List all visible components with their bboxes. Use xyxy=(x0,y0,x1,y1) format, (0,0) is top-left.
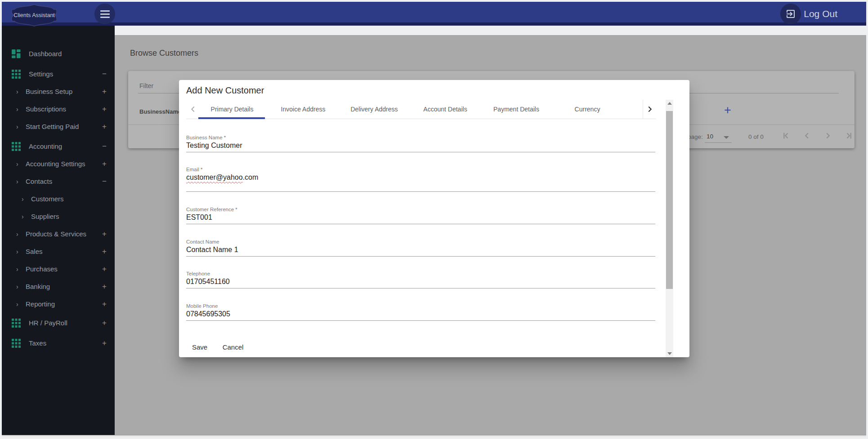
grid-icon xyxy=(12,319,21,328)
expand-toggle-icon[interactable]: + xyxy=(100,282,108,291)
field-label: Contact Name xyxy=(186,239,655,244)
field-input[interactable]: customer@yahoo.com xyxy=(186,173,655,192)
menu-icon[interactable] xyxy=(94,4,115,24)
sidebar-item-label: Contacts xyxy=(26,177,52,185)
sidebar-item[interactable]: › Accounting Settings + xyxy=(2,155,115,173)
sidebar-item-label: Reporting xyxy=(26,300,55,308)
top-navbar: Clients Assistant Log Out xyxy=(2,1,866,26)
logout-button[interactable]: Log Out xyxy=(780,4,837,24)
chevron-right-icon: › xyxy=(16,160,22,168)
scrollbar-down-arrow-icon[interactable] xyxy=(666,350,673,357)
cancel-button[interactable]: Cancel xyxy=(217,341,249,354)
toolbar-shadow-band xyxy=(115,26,866,35)
expand-toggle-icon[interactable]: − xyxy=(100,70,108,79)
exit-icon xyxy=(780,4,801,24)
field-input[interactable]: 01705451160 xyxy=(186,277,655,288)
dialog-tab[interactable]: Currency xyxy=(552,100,623,119)
dialog-scrollbar[interactable] xyxy=(666,100,673,357)
dialog-tab[interactable]: Payment Details xyxy=(481,100,552,119)
expand-toggle-icon[interactable]: + xyxy=(100,300,108,309)
sidebar-item[interactable]: Accounting − xyxy=(2,137,115,155)
chevron-right-icon: › xyxy=(16,301,22,308)
expand-toggle-icon[interactable]: + xyxy=(100,247,108,256)
form-field: Email * customer@yahoo.com xyxy=(186,167,655,192)
grid-icon xyxy=(12,339,21,348)
sidebar-item[interactable]: › Suppliers xyxy=(2,208,115,225)
sidebar-item-label: Banking xyxy=(26,283,50,290)
expand-toggle-icon[interactable]: + xyxy=(100,160,108,169)
expand-toggle-icon[interactable]: + xyxy=(100,87,108,96)
sidebar-item[interactable]: HR / PayRoll + xyxy=(2,314,115,332)
chevron-right-icon: › xyxy=(16,178,22,185)
sidebar-item[interactable]: › Customers xyxy=(2,190,115,208)
dialog-title: Add New Customer xyxy=(186,85,264,96)
dropdown-caret-icon[interactable] xyxy=(724,136,729,139)
next-page-icon[interactable] xyxy=(823,130,833,141)
expand-toggle-icon[interactable]: + xyxy=(100,319,108,328)
sidebar-section-icon xyxy=(12,142,21,151)
sidebar-item-label: Settings xyxy=(29,70,53,78)
logo-text: Clients Assistant xyxy=(13,12,55,18)
sidebar-item[interactable]: › Business Setup + xyxy=(2,83,115,100)
sidebar-item[interactable]: › Banking + xyxy=(2,278,115,295)
sidebar-item[interactable]: › Products & Services + xyxy=(2,225,115,243)
last-page-icon[interactable] xyxy=(844,130,855,141)
scrollbar-up-arrow-icon[interactable] xyxy=(666,100,673,107)
form-field: Contact Name Contact Name 1 xyxy=(186,239,655,257)
dashboard-icon xyxy=(12,49,21,58)
dialog-tab[interactable]: Invoice Address xyxy=(268,100,339,119)
page-size-select[interactable]: 10 xyxy=(707,133,713,140)
field-input[interactable]: EST001 xyxy=(186,213,655,224)
form-field: Customer Reference * EST001 xyxy=(186,207,655,224)
sidebar-item[interactable]: › Reporting + xyxy=(2,295,115,313)
field-input[interactable]: Testing Customer xyxy=(186,141,655,152)
chevron-right-icon: › xyxy=(16,88,22,95)
expand-toggle-icon[interactable]: + xyxy=(100,122,108,131)
sidebar-item-label: Suppliers xyxy=(31,213,59,220)
field-label: Mobile Phone xyxy=(186,303,655,309)
first-page-icon[interactable] xyxy=(780,130,791,141)
dialog-tab[interactable]: Account Details xyxy=(410,100,481,119)
dialog-tab[interactable]: Delivery Address xyxy=(339,100,410,119)
form-field: Business Name * Testing Customer xyxy=(186,135,655,152)
grid-icon xyxy=(12,70,21,79)
chevron-right-icon: › xyxy=(16,248,22,255)
field-label: Customer Reference * xyxy=(186,207,655,212)
field-label: Telephone xyxy=(186,271,655,276)
expand-toggle-icon[interactable]: + xyxy=(100,339,108,348)
field-input[interactable]: 07845695305 xyxy=(186,310,655,321)
dialog-tab[interactable]: Primary Details xyxy=(197,100,268,119)
sidebar-item[interactable]: › Subscriptions + xyxy=(2,100,115,118)
add-customer-dialog: Add New Customer Primary Details Invoice… xyxy=(179,80,689,357)
logout-label: Log Out xyxy=(804,9,837,19)
expand-toggle-icon[interactable]: + xyxy=(100,230,108,239)
sidebar-item[interactable]: Taxes + xyxy=(2,334,115,352)
form-field: Telephone 01705451160 xyxy=(186,271,655,288)
save-button[interactable]: Save xyxy=(186,341,213,354)
sidebar-item[interactable]: › Contacts − xyxy=(2,173,115,190)
expand-toggle-icon[interactable]: + xyxy=(100,105,108,114)
app-logo[interactable]: Clients Assistant xyxy=(9,3,59,27)
previous-page-icon[interactable] xyxy=(801,130,812,141)
sidebar-item[interactable]: Settings − xyxy=(2,65,115,83)
pagination-controls xyxy=(780,130,855,141)
sidebar-item[interactable]: › Start Getting Paid + xyxy=(2,118,115,135)
tabs-scroll-right-button[interactable] xyxy=(643,100,656,119)
sidebar-nav: Dashboard Settings − xyxy=(2,26,115,435)
sidebar-item-label: Customers xyxy=(31,195,64,203)
expand-toggle-icon[interactable]: + xyxy=(100,265,108,274)
column-header-businessname: BusinessName xyxy=(139,108,181,115)
expand-toggle-icon[interactable]: − xyxy=(100,142,108,151)
sidebar-section-icon xyxy=(12,70,21,79)
chevron-right-icon: › xyxy=(22,195,27,203)
sidebar-item-label: Taxes xyxy=(29,339,46,347)
bottom-scrollbar-track[interactable] xyxy=(0,435,868,438)
sidebar-item[interactable]: Dashboard xyxy=(2,45,115,62)
sidebar-item[interactable]: › Sales + xyxy=(2,243,115,260)
add-customer-button[interactable]: + xyxy=(724,103,731,117)
sidebar-item[interactable]: › Purchases + xyxy=(2,260,115,278)
scrollbar-thumb[interactable] xyxy=(666,111,673,289)
field-input[interactable]: Contact Name 1 xyxy=(186,245,655,257)
expand-toggle-icon[interactable]: − xyxy=(100,177,108,186)
app-root: Clients Assistant Log Out xyxy=(0,0,868,439)
